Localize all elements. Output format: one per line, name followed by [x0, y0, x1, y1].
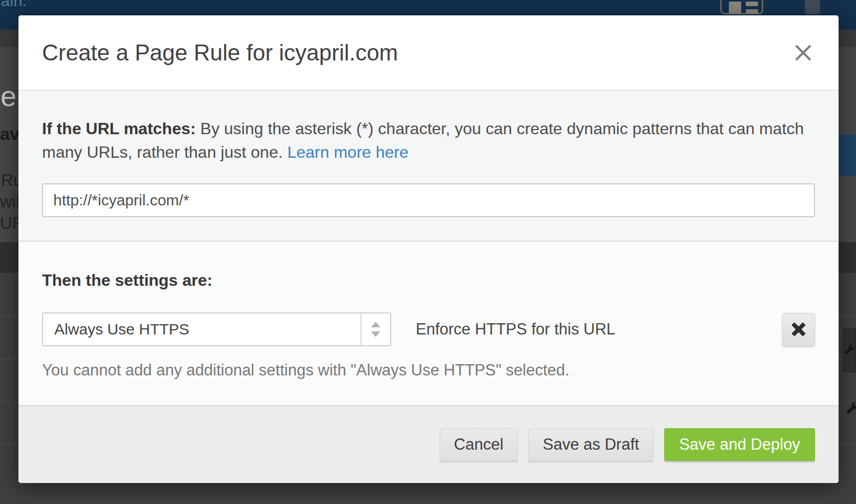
remove-setting-button[interactable]: [782, 313, 815, 346]
settings-heading: Then the settings are:: [42, 271, 815, 289]
close-button[interactable]: [791, 41, 815, 65]
backdrop-blue-button-fragment: [839, 135, 856, 176]
modal-header: Create a Page Rule for icyapril.com: [18, 15, 839, 90]
backdrop-edit-button: [843, 328, 856, 372]
settings-note: You cannot add any additional settings w…: [42, 361, 815, 380]
cancel-button[interactable]: Cancel: [440, 428, 518, 461]
setting-row: Always Use HTTPS Enforce HTTPS for this …: [42, 312, 815, 346]
select-spinner: [360, 313, 390, 345]
setting-select[interactable]: Always Use HTTPS: [42, 312, 391, 346]
modal-footer: Cancel Save as Draft Save and Deploy: [18, 405, 839, 483]
save-as-draft-button[interactable]: Save as Draft: [528, 428, 654, 461]
wrench-icon: [845, 401, 856, 416]
chevron-up-icon: [371, 322, 380, 327]
remove-setting-icon: [789, 320, 808, 339]
url-match-description-line1: If the URL matches: By using the asteris…: [42, 117, 815, 140]
backdrop-topbar-text-fragment: ain.: [1, 0, 27, 10]
avatar: [805, 0, 820, 14]
wrench-icon: [843, 343, 855, 358]
url-match-label: If the URL matches:: [42, 119, 196, 138]
modal-title: Create a Page Rule for icyapril.com: [42, 40, 791, 66]
backdrop-heading-fragment: e: [1, 79, 16, 113]
url-match-section: If the URL matches: By using the asteris…: [18, 90, 839, 241]
close-icon: [793, 43, 813, 63]
backdrop-edit-button: [845, 401, 856, 418]
grid-view-icon: [720, 0, 763, 14]
chevron-down-icon: [371, 331, 380, 337]
setting-select-value: Always Use HTTPS: [54, 321, 189, 338]
url-pattern-input[interactable]: [42, 183, 815, 217]
save-and-deploy-button[interactable]: Save and Deploy: [664, 428, 815, 461]
settings-section: Then the settings are: Always Use HTTPS …: [18, 241, 839, 405]
create-page-rule-modal: Create a Page Rule for icyapril.com If t…: [18, 15, 839, 483]
setting-description: Enforce HTTPS for this URL: [416, 320, 782, 339]
learn-more-link[interactable]: Learn more here: [287, 143, 409, 161]
url-match-description-line2: many URLs, rather than just one. Learn m…: [42, 140, 815, 164]
backdrop-bold-fragment: av: [0, 124, 19, 144]
